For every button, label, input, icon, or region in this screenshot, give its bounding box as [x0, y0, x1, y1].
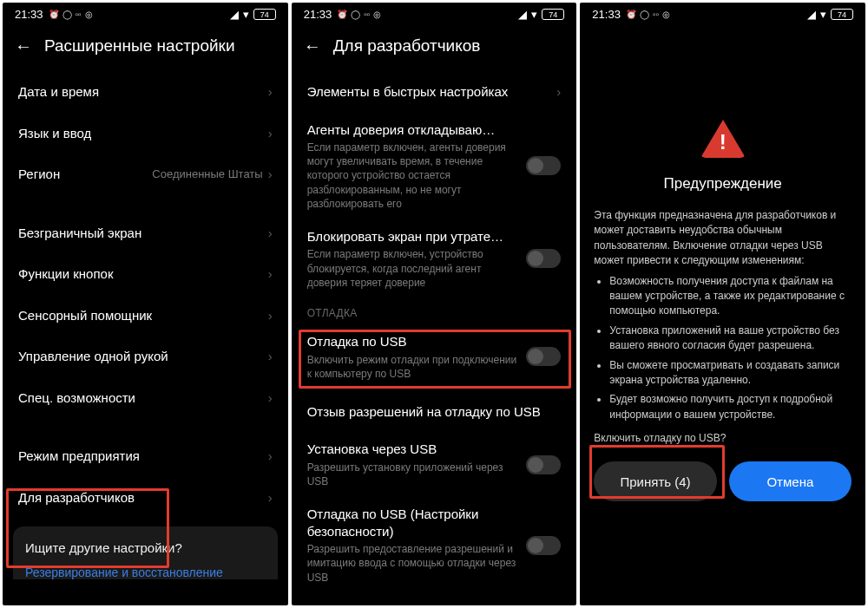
warning-triangle-icon: [700, 120, 746, 158]
item-developer-options[interactable]: Для разработчиков ›: [3, 477, 288, 519]
item-region[interactable]: Регион Соединенные Штаты ›: [3, 154, 288, 195]
wifi-icon: ▾: [820, 8, 826, 21]
chevron-right-icon: ›: [268, 390, 273, 405]
footer-title: Ищите другие настройки?: [25, 540, 266, 555]
battery-icon: 74: [542, 9, 564, 20]
sync-icon: ▫▫: [364, 10, 370, 19]
camera-icon: ◎: [85, 10, 93, 19]
footer-suggestions: Ищите другие настройки? Резервирование и…: [13, 526, 278, 579]
accept-button[interactable]: Принять (4): [594, 461, 716, 501]
signal-icon: ◢: [807, 8, 816, 21]
section-debug-label: ОТЛАДКА: [292, 298, 577, 323]
item-edgeless-screen[interactable]: Безграничный экран ›: [3, 212, 288, 254]
battery-icon: 74: [831, 9, 853, 20]
dialog-bullet: Вы сможете просматривать и создавать зап…: [609, 358, 852, 389]
item-one-handed[interactable]: Управление одной рукой ›: [3, 336, 288, 377]
toggle-usb-debug-security[interactable]: [526, 536, 561, 555]
back-icon[interactable]: ←: [304, 37, 321, 55]
item-accessibility[interactable]: Спец. возможности ›: [3, 377, 288, 419]
item-language-input[interactable]: Язык и ввод ›: [3, 113, 288, 154]
item-trust-agents-extend[interactable]: Агенты доверия откладываю… Если параметр…: [292, 113, 577, 219]
item-button-functions[interactable]: Функции кнопок ›: [3, 253, 288, 295]
wifi-icon: ▾: [243, 8, 249, 21]
sync-icon: ▫▫: [653, 10, 659, 19]
phone-screen-usb-debug-warning: 21:33 ⏰̸ ◯ ▫▫ ◎ ◢ ▾ 74 Предупреждение Эт…: [580, 3, 865, 605]
toggle-install-via-usb[interactable]: [526, 455, 561, 474]
dialog-intro: Эта функция предназначена для разработчи…: [594, 208, 852, 269]
dialog-bullet: Возможность получения доступа к файлам н…: [609, 274, 852, 319]
sync-icon: ▫▫: [76, 10, 82, 19]
footer-link-backup[interactable]: Резервирование и восстановление: [25, 566, 266, 579]
item-usb-debugging[interactable]: Отладка по USB Включить режим отладки пр…: [292, 323, 577, 391]
phone-screen-advanced-settings: 21:33 ⏰̸ ◯ ▫▫ ◎ ◢ ▾ 74 ← Расширенные нас…: [3, 3, 288, 605]
item-quick-settings-tiles[interactable]: Элементы в быстрых настройках ›: [292, 71, 577, 113]
item-revoke-usb-auth[interactable]: Отзыв разрешений на отладку по USB: [292, 391, 577, 433]
dialog-confirm: Включить отладку по USB?: [594, 431, 852, 446]
status-time: 21:33: [304, 8, 332, 21]
chevron-right-icon: ›: [268, 167, 273, 181]
page-title: Расширенные настройки: [44, 36, 235, 56]
signal-icon: ◢: [518, 8, 527, 21]
alarm-off-icon: ⏰̸: [626, 10, 636, 19]
item-enterprise-mode[interactable]: Режим предприятия ›: [3, 435, 288, 477]
item-touch-assistant[interactable]: Сенсорный помощник ›: [3, 295, 288, 337]
chevron-right-icon: ›: [268, 126, 273, 141]
status-time: 21:33: [15, 8, 43, 21]
toggle-lock-on-lost-trust[interactable]: [526, 249, 561, 268]
toggle-trust-agents[interactable]: [526, 156, 561, 175]
dialog-bullet: Установка приложений на ваше устройство …: [609, 324, 852, 354]
item-install-via-usb[interactable]: Установка через USB Разрешить установку …: [292, 432, 577, 497]
dnd-icon: ◯: [351, 10, 360, 19]
chevron-right-icon: ›: [268, 490, 273, 505]
header: ← Расширенные настройки: [3, 24, 288, 71]
status-bar: 21:33 ⏰̸ ◯ ▫▫ ◎ ◢ ▾ 74: [580, 3, 865, 24]
battery-icon: 74: [253, 9, 276, 20]
dnd-icon: ◯: [62, 10, 72, 19]
cancel-button[interactable]: Отмена: [729, 461, 852, 501]
chevron-right-icon: ›: [268, 308, 273, 323]
wifi-icon: ▾: [531, 8, 537, 21]
dialog-bullet: Будет возможно получить доступ к подробн…: [609, 392, 852, 422]
dialog-bullets: Возможность получения доступа к файлам н…: [594, 274, 852, 423]
page-title: Для разработчиков: [333, 36, 481, 56]
status-bar: 21:33 ⏰̸ ◯ ▫▫ ◎ ◢ ▾ 74: [292, 3, 577, 24]
toggle-usb-debugging[interactable]: [526, 347, 561, 366]
alarm-off-icon: ⏰̸: [337, 10, 347, 19]
status-bar: 21:33 ⏰̸ ◯ ▫▫ ◎ ◢ ▾ 74: [3, 3, 288, 24]
phone-screen-developer-options: 21:33 ⏰̸ ◯ ▫▫ ◎ ◢ ▾ 74 ← Для разработчик…: [292, 3, 577, 605]
chevron-right-icon: ›: [268, 84, 273, 99]
header: ← Для разработчиков: [292, 24, 577, 71]
signal-icon: ◢: [230, 8, 239, 21]
item-lock-screen-on-lost-trust[interactable]: Блокировать экран при утрате… Если парам…: [292, 219, 577, 298]
item-date-time[interactable]: Дата и время ›: [3, 71, 288, 113]
chevron-right-icon: ›: [268, 448, 273, 463]
item-usb-debug-security[interactable]: Отладка по USB (Настройки безопасности) …: [292, 497, 577, 593]
chevron-right-icon: ›: [268, 266, 273, 281]
chevron-right-icon: ›: [268, 226, 273, 240]
dialog-title: Предупреждение: [664, 175, 782, 193]
back-icon[interactable]: ←: [15, 37, 32, 55]
alarm-off-icon: ⏰̸: [49, 10, 59, 19]
chevron-right-icon: ›: [556, 84, 561, 99]
chevron-right-icon: ›: [268, 349, 273, 363]
status-time: 21:33: [592, 8, 621, 21]
dnd-icon: ◯: [640, 10, 649, 19]
camera-icon: ◎: [373, 10, 381, 19]
camera-icon: ◎: [662, 10, 670, 19]
item-region-value: Соединенные Штаты: [152, 167, 262, 180]
dialog-body: Эта функция предназначена для разработчи…: [594, 208, 852, 446]
